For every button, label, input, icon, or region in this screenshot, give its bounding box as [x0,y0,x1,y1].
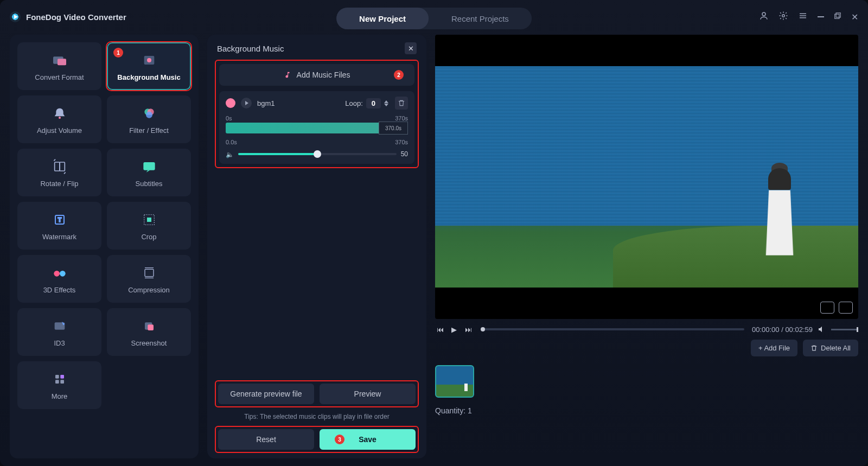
tile-label: Adjust Volume [37,126,82,135]
convert-icon [51,52,68,69]
step-badge-2: 2 [394,70,404,80]
add-file-button[interactable]: + Add File [751,340,797,356]
settings-icon[interactable] [778,11,788,23]
close-button[interactable]: ✕ [851,12,858,22]
tab-recent-projects[interactable]: Recent Projects [429,8,532,29]
player-volume-slider[interactable] [831,329,858,330]
mute-button[interactable] [817,324,827,334]
range-end: 370s [395,115,408,122]
tile-more[interactable]: More [17,361,101,409]
range-start: 0s [226,115,232,122]
svg-point-23 [60,271,66,277]
watermark-icon: T [51,211,68,228]
rotate-flip-icon [51,158,68,175]
save-button[interactable]: 3 Save [320,429,416,450]
tile-screenshot[interactable]: Screenshot [107,308,191,356]
add-music-label: Add Music Files [297,71,350,79]
svg-rect-29 [60,375,64,379]
svg-rect-6 [835,14,839,18]
tile-convert-format[interactable]: Convert Format [17,42,101,90]
track-name: bgm1 [257,99,275,107]
svg-rect-31 [60,380,64,384]
playback-timeline[interactable] [481,328,744,330]
music-note-icon [284,71,291,79]
fullscreen-icon[interactable] [839,302,853,314]
loop-stepper[interactable] [384,100,388,106]
next-button[interactable]: ⏭ [463,324,473,334]
clip-thumbnail[interactable] [435,365,474,398]
tab-new-project[interactable]: New Project [336,8,429,29]
tile-adjust-volume[interactable]: Adjust Volume [17,95,101,143]
tile-label: Compression [128,286,170,294]
time-display: 00:00:00 / 00:02:59 [752,325,813,334]
video-preview [435,35,858,319]
tips-text: Tips: The selected music clips will play… [215,413,419,420]
glasses-3d-icon [51,264,68,282]
svg-point-11 [59,117,61,119]
tile-label: Background Music [117,73,180,81]
svg-rect-28 [55,375,59,379]
maximize-button[interactable] [834,12,841,22]
svg-rect-21 [147,218,151,222]
tile-label: Crop [141,233,156,241]
range-handle[interactable]: 370.0s [379,122,408,135]
step-badge-1: 1 [113,48,123,58]
tile-id3[interactable]: ID3 [17,308,101,356]
background-music-panel: Background Music ✕ Add Music Files 2 bgm… [207,35,426,458]
vol-range-start: 0.0s [226,139,237,145]
preview-button[interactable]: Preview [320,384,416,404]
tile-3d-effects[interactable]: 3D Effects [17,255,101,303]
vol-range-end: 370s [395,139,408,145]
prev-button[interactable]: ⏮ [435,324,445,334]
snapshot-icon[interactable] [820,302,834,314]
svg-point-1 [782,15,785,17]
tile-rotate-flip[interactable]: Rotate / Flip [17,149,101,196]
trash-icon [810,344,818,352]
screenshot-icon [141,317,158,335]
play-button[interactable]: ▶ [449,324,459,334]
panel-title: Background Music [217,44,284,53]
reset-button[interactable]: Reset [218,429,314,450]
tile-filter-effect[interactable]: Filter / Effect [107,95,191,143]
volume-value: 50 [401,150,408,158]
delete-all-label: Delete All [821,344,851,352]
tile-label: Screenshot [131,339,167,347]
tile-background-music[interactable]: 1 Background Music [107,42,191,90]
step-badge-3: 3 [335,435,344,444]
svg-rect-15 [54,162,59,171]
tile-crop[interactable]: Crop [107,202,191,250]
loop-label: Loop: [345,99,363,107]
delete-all-button[interactable]: Delete All [803,340,858,356]
track-indicator-icon [226,98,235,108]
menu-icon[interactable] [798,11,808,23]
more-grid-icon [51,371,68,388]
svg-point-10 [147,58,151,62]
generate-preview-button[interactable]: Generate preview file [218,384,314,404]
tile-label: Watermark [42,233,76,241]
track-play-button[interactable] [241,98,252,108]
svg-point-0 [762,12,765,16]
volume-slider[interactable] [238,153,397,155]
waveform-range-slider[interactable]: 370.0s [226,123,408,133]
svg-rect-16 [60,162,65,171]
svg-rect-8 [58,59,66,65]
crop-icon [141,211,158,228]
music-track-card: bgm1 Loop: 0 0s 370s [219,91,414,164]
tile-subtitles[interactable]: Subtitles [107,149,191,196]
loop-value: 0 [366,98,381,108]
account-icon[interactable] [759,11,769,23]
add-music-files-button[interactable]: Add Music Files 2 [219,64,414,86]
tile-compression[interactable]: Compression [107,255,191,303]
delete-track-button[interactable] [395,97,408,110]
minimize-button[interactable] [818,16,824,17]
tile-label: Subtitles [136,180,163,188]
panel-close-button[interactable]: ✕ [405,42,417,54]
tile-label: Rotate / Flip [40,180,78,188]
subtitles-icon [141,158,158,175]
app-title: FoneDog Video Converter [26,12,126,22]
tile-watermark[interactable]: T Watermark [17,202,101,250]
volume-icon [226,150,234,158]
filter-effect-icon [141,105,158,122]
quantity-label: Quantity: 1 [435,406,858,415]
tile-label: More [52,392,68,400]
